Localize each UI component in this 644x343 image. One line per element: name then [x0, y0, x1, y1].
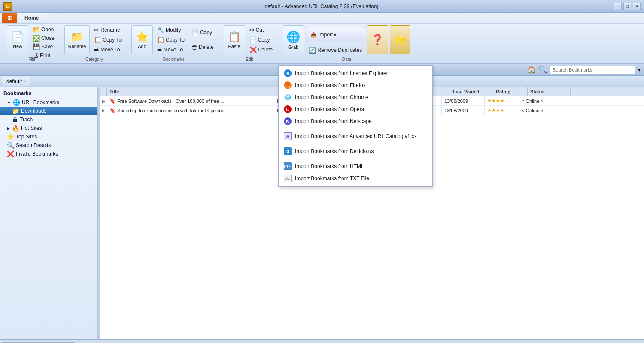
- trash-label: Trash: [20, 117, 33, 123]
- close-tab-button[interactable]: ×: [24, 79, 26, 84]
- cell-title-2: Speed up Internet connection with Intern…: [115, 106, 274, 115]
- netscape-icon: N: [284, 117, 292, 125]
- modify-label: Modify: [166, 27, 181, 33]
- sidebar-item-invalid-bookmarks[interactable]: ❌ Invalid Bookmarks: [0, 150, 97, 158]
- search-nav-icon[interactable]: 🔍: [538, 66, 547, 74]
- col-header-status[interactable]: Status: [528, 87, 571, 96]
- import-button[interactable]: 📥 Import ▾: [306, 27, 365, 42]
- home-nav-icon[interactable]: 🏠: [527, 66, 536, 74]
- data-group-content: 🌐 Grab 📥 Import ▾ 🔄 Remove Duplicates: [283, 25, 410, 56]
- import-firefox-item[interactable]: 🦊 Import Bookmarks from Firefox: [279, 79, 432, 91]
- import-opera-item[interactable]: O Import Bookmarks from Opera: [279, 103, 432, 115]
- restore-button[interactable]: □: [623, 3, 631, 10]
- copy-edit-button[interactable]: 📄 Copy: [247, 36, 276, 44]
- save-button[interactable]: 💾 Save: [30, 42, 57, 51]
- bookmark-icon-2: 🔖: [109, 108, 115, 114]
- import-advanced-item[interactable]: A Import Bookmarks from Advanced URL Cat…: [279, 130, 432, 142]
- add-bookmark-icon: ⭐: [136, 31, 149, 43]
- tab-home[interactable]: Home: [18, 13, 45, 23]
- default-tab[interactable]: default ×: [2, 77, 30, 86]
- delete-edit-label: Delete: [258, 47, 273, 53]
- delicious-icon: d: [284, 147, 292, 155]
- cut-button[interactable]: ✂ Cut: [247, 26, 276, 34]
- row-expand-2[interactable]: ▶: [100, 108, 107, 113]
- rename-icon: ✏: [94, 27, 99, 33]
- import-delicious-item[interactable]: d Import Bookmarks from Del.icio.us: [279, 145, 432, 157]
- copy-to-category-button[interactable]: 📋 Copy To: [91, 36, 124, 44]
- import-netscape-item[interactable]: N Import Bookmarks from Netscape: [279, 115, 432, 127]
- ribbon: ⊞ Home 📄 New 📂 Open ❎ Close: [0, 13, 644, 64]
- chrome-icon: 🌐: [284, 93, 292, 101]
- add-category-icon: 📁: [70, 31, 83, 43]
- col-header-title[interactable]: Title: [107, 87, 279, 96]
- txt-icon: TXT: [284, 175, 292, 182]
- copy-to-bm-label: Copy To: [166, 37, 185, 43]
- modify-button[interactable]: 🔧 Modify: [155, 26, 187, 34]
- open-button[interactable]: 📂 Open: [30, 25, 57, 34]
- top-sites-label: Top Sites: [16, 134, 37, 140]
- sidebar-item-hot-sites[interactable]: ▶ 🔥 Hot Sites: [0, 124, 97, 132]
- data-group-label: Data: [342, 56, 351, 62]
- import-icon: 📥: [310, 32, 317, 38]
- row-expand-1[interactable]: ▶: [100, 99, 107, 103]
- hot-sites-icon: 🔥: [12, 125, 19, 132]
- new-button[interactable]: 📄 New: [7, 25, 28, 54]
- category-small-buttons: ✏ Rename 📋 Copy To ➡ Move To: [91, 25, 124, 54]
- minimize-button[interactable]: ─: [614, 3, 622, 10]
- import-firefox-label: Import Bookmarks from Firefox: [295, 82, 366, 88]
- import-dropdown-menu: e Import Bookmarks from Internet Explore…: [278, 65, 433, 187]
- sidebar-item-url-bookmarks[interactable]: ▼ 🌐 URL Bookmarks: [0, 98, 97, 107]
- move-to-bm-icon: ➡: [157, 46, 162, 53]
- sidebar: Bookmarks ▼ 🌐 URL Bookmarks 📁 Downloads …: [0, 87, 98, 339]
- trash-icon: 🗑: [12, 116, 18, 123]
- remove-duplicates-button[interactable]: 🔄 Remove Duplicates: [306, 44, 365, 56]
- edit-group-content: 📋 Paste ✂ Cut 📄 Copy ❌ Delete: [224, 25, 276, 56]
- app-icon: ⊞: [3, 2, 12, 11]
- move-to-category-button[interactable]: ➡ Move To: [91, 45, 124, 54]
- grab-button[interactable]: 🌐 Grab: [283, 25, 304, 54]
- file-group-label: File: [28, 56, 35, 62]
- delete-edit-button[interactable]: ❌ Delete: [247, 45, 276, 54]
- cell-status-2: < Online >: [519, 106, 562, 115]
- sidebar-item-top-sites[interactable]: ⭐ Top Sites: [0, 132, 97, 141]
- hot-sites-label: Hot Sites: [21, 125, 42, 131]
- col-header-last-visited[interactable]: Last Visited: [450, 87, 493, 96]
- import-chrome-item[interactable]: 🌐 Import Bookmarks from Chrome: [279, 91, 432, 103]
- rename-category-button[interactable]: ✏ Rename: [91, 26, 124, 34]
- cell-status-1: < Online >: [519, 96, 562, 105]
- import-txt-item[interactable]: TXT Import Bookmarks from TXT File: [279, 172, 432, 184]
- add-bookmark-button[interactable]: ⭐ Add: [131, 25, 153, 54]
- sidebar-item-trash[interactable]: 🗑 Trash: [0, 115, 97, 124]
- sidebar-item-downloads[interactable]: 📁 Downloads: [0, 107, 97, 115]
- add-category-button[interactable]: 📁 Rename: [64, 25, 90, 54]
- import-txt-label: Import Bookmarks from TXT File: [295, 175, 369, 181]
- sidebar-item-search-results[interactable]: 🔍 Search Results: [0, 141, 97, 150]
- app-menu-button[interactable]: ⊞: [2, 13, 17, 23]
- close-button[interactable]: ✕: [633, 3, 641, 10]
- copy-to-bookmark-button[interactable]: 📋 Copy To: [155, 36, 187, 44]
- title-bar: ⊞ default - Advanced URL Catalog 2.29 (E…: [0, 0, 644, 13]
- help-button[interactable]: ❓: [367, 25, 388, 54]
- col-header-rating[interactable]: Rating: [493, 87, 528, 96]
- extra-button[interactable]: ⭐: [390, 25, 410, 54]
- open-label: Open: [41, 27, 54, 33]
- paste-button[interactable]: 📋 Paste: [224, 25, 245, 54]
- delete-bookmark-button[interactable]: 🗑 Delete: [189, 43, 216, 51]
- bookmark-icon-1: 🔖: [109, 98, 115, 104]
- close-file-label: Close: [41, 35, 55, 41]
- move-to-bookmark-button[interactable]: ➡ Move To: [155, 45, 187, 54]
- hot-sites-expand-icon: ▶: [7, 126, 10, 131]
- import-arrow-icon: ▾: [334, 33, 336, 37]
- import-ie-item[interactable]: e Import Bookmarks from Internet Explore…: [279, 67, 432, 79]
- print-label: Print: [40, 52, 51, 58]
- import-html-item[interactable]: HTM Import Bookmarks from HTML: [279, 160, 432, 172]
- copy-bookmark-button[interactable]: 📄 Copy: [189, 28, 216, 37]
- ribbon-group-bookmarks: ⭐ Add 🔧 Modify 📋 Copy To ➡ Move To: [128, 25, 220, 62]
- save-icon: 💾: [33, 43, 40, 50]
- html-icon: HTM: [284, 162, 292, 170]
- search-dropdown-icon[interactable]: ▾: [638, 67, 641, 73]
- search-input[interactable]: [550, 66, 635, 74]
- delete-bm-label: Delete: [199, 44, 214, 50]
- close-file-button[interactable]: ❎ Close: [30, 34, 57, 42]
- bookmarks-small-buttons: 🔧 Modify 📋 Copy To ➡ Move To: [155, 25, 187, 54]
